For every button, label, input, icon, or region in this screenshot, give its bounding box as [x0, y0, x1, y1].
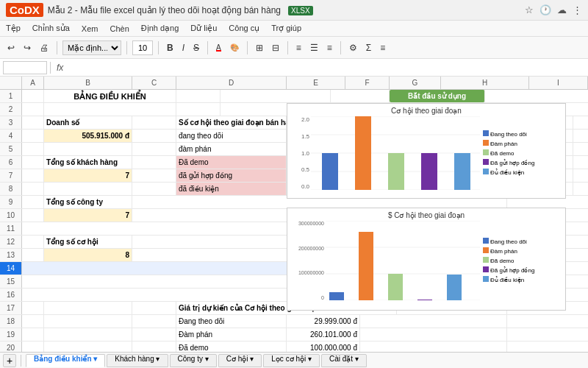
menu-format[interactable]: Định dạng — [141, 24, 179, 33]
cell-A18[interactable] — [22, 315, 44, 328]
menu-help[interactable]: Trợ giúp — [271, 24, 301, 33]
history-icon[interactable]: 🕐 — [539, 4, 551, 15]
tab-cai-dat[interactable]: Cài đặt ▾ — [321, 354, 367, 367]
cell-A5[interactable] — [22, 143, 44, 155]
cell-C2[interactable] — [176, 103, 220, 116]
cell-A9[interactable] — [22, 196, 44, 208]
cell-B2[interactable] — [44, 103, 176, 116]
cell-A20[interactable] — [22, 342, 44, 352]
cell-C5[interactable] — [132, 143, 176, 155]
cell-F19[interactable] — [360, 328, 507, 341]
cell-B20[interactable] — [44, 342, 132, 352]
cell-A10[interactable] — [22, 209, 44, 222]
cell-D20[interactable]: Đã demo — [176, 342, 287, 352]
tab-cong-ty[interactable]: Công ty ▾ — [170, 354, 217, 367]
cell-D6[interactable]: Đã demo — [176, 156, 287, 169]
redo-button[interactable]: ↪ — [21, 41, 34, 54]
bold-button[interactable]: B — [164, 41, 176, 54]
menu-tools[interactable]: Công cụ — [229, 24, 259, 33]
cell-B18[interactable] — [44, 315, 132, 328]
share-icon[interactable]: ☁ — [557, 4, 567, 15]
cell-C4[interactable] — [132, 130, 176, 142]
cell-D5[interactable]: đàm phán — [176, 143, 287, 155]
cell-A7[interactable] — [22, 169, 44, 182]
cell-B1[interactable]: BẢNG ĐIỀU KHIỂN — [44, 90, 176, 102]
italic-button[interactable]: I — [179, 41, 187, 54]
fill-color-button[interactable]: 🎨 — [227, 42, 242, 53]
menu-insert[interactable]: Chèn — [110, 24, 129, 33]
more-icon[interactable]: ⋮ — [573, 4, 582, 15]
cell-A3[interactable] — [22, 116, 44, 129]
cell-C8[interactable] — [132, 183, 176, 195]
cell-B4[interactable]: 505.915.000 đ — [44, 130, 132, 142]
cell-D8[interactable]: đã điều kiện — [176, 183, 287, 195]
menu-view[interactable]: Xem — [82, 24, 98, 33]
cell-F18[interactable] — [360, 315, 507, 328]
cell-B5[interactable] — [44, 143, 132, 155]
menu-edit[interactable]: Chỉnh sửa — [32, 24, 70, 33]
tab-co-hoi[interactable]: Cơ hội ▾ — [218, 354, 262, 367]
align-center[interactable]: ☰ — [307, 41, 321, 54]
cell-B13[interactable]: 8 — [44, 249, 132, 261]
tab-khach-hang[interactable]: Khách hàng ▾ — [107, 354, 168, 367]
font-size-input[interactable] — [132, 40, 153, 55]
start-button[interactable]: Bắt đầu sử dụng — [390, 90, 485, 102]
cell-E19[interactable]: 260.101.000 đ — [287, 328, 360, 341]
cell-C20[interactable] — [132, 342, 176, 352]
strikethrough-button[interactable]: S — [190, 41, 202, 54]
cell-D3[interactable]: Số cơ hội theo giai đoạn bán hàng — [176, 116, 287, 129]
cell-B7[interactable]: 7 — [44, 169, 132, 182]
text-color-button[interactable]: A — [213, 42, 224, 53]
cell-A17[interactable] — [22, 302, 44, 314]
merge-button[interactable]: ⊟ — [269, 41, 282, 54]
function-button[interactable]: Σ — [363, 41, 374, 54]
cell-E1[interactable] — [331, 90, 390, 102]
cell-B8[interactable] — [44, 183, 132, 195]
cell-A2[interactable] — [22, 103, 44, 116]
cell-E18[interactable]: 29.999.000 đ — [287, 315, 360, 328]
tab-loc-co-hoi[interactable]: Lọc cơ hội ▾ — [263, 354, 320, 367]
print-button[interactable]: 🖨 — [37, 41, 51, 54]
cell-A1[interactable] — [22, 90, 44, 102]
filter-button[interactable]: ⚙ — [346, 41, 360, 54]
cell-C3[interactable] — [132, 116, 176, 129]
cell-B12[interactable]: Tổng số cơ hội — [44, 236, 132, 248]
tab-bang-dieu-khien[interactable]: Bảng điều khiển ▾ — [26, 354, 105, 367]
cell-A13[interactable] — [22, 249, 44, 261]
cell-A8[interactable] — [22, 183, 44, 195]
cell-C19[interactable] — [132, 328, 176, 341]
cell-C6[interactable] — [132, 156, 176, 169]
cell-B10[interactable]: 7 — [44, 209, 132, 222]
star-icon[interactable]: ☆ — [525, 4, 534, 15]
cell-H1[interactable] — [485, 90, 588, 102]
cell-B6[interactable]: Tổng số khách hàng — [44, 156, 132, 169]
cell-B17[interactable] — [44, 302, 132, 314]
cell-A12[interactable] — [22, 236, 44, 248]
menu-file[interactable]: Tệp — [6, 24, 21, 33]
more-options[interactable]: ≡ — [377, 41, 388, 54]
font-name-select[interactable]: Mặc định... — [62, 40, 121, 55]
cell-B9[interactable]: Tổng số công ty — [44, 196, 132, 208]
formula-input[interactable] — [69, 61, 585, 74]
cell-F20[interactable] — [360, 342, 507, 352]
cell-A6[interactable] — [22, 156, 44, 169]
cell-A4[interactable] — [22, 130, 44, 142]
cell-D4[interactable]: đang theo dõi — [176, 130, 287, 142]
cell-C17[interactable] — [132, 302, 176, 314]
cell-E20[interactable]: 100.000.000 đ — [287, 342, 360, 352]
cell-D7[interactable]: đã gửi hợp đồng — [176, 169, 287, 182]
add-sheet-button[interactable]: + — [3, 354, 16, 367]
cell-C1[interactable] — [176, 90, 220, 102]
undo-button[interactable]: ↩ — [4, 41, 18, 54]
align-right[interactable]: ≡ — [324, 41, 335, 54]
cell-B3[interactable]: Doanh số — [44, 116, 132, 129]
cell-D18[interactable]: Đang theo dõi — [176, 315, 287, 328]
cell-reference[interactable]: M15 — [3, 61, 47, 74]
cell-D1[interactable] — [220, 90, 331, 102]
borders-button[interactable]: ⊞ — [253, 41, 266, 54]
cell-A19[interactable] — [22, 328, 44, 341]
cell-C7[interactable] — [132, 169, 176, 182]
menu-data[interactable]: Dữ liệu — [190, 24, 217, 33]
cell-B19[interactable] — [44, 328, 132, 341]
cell-C18[interactable] — [132, 315, 176, 328]
